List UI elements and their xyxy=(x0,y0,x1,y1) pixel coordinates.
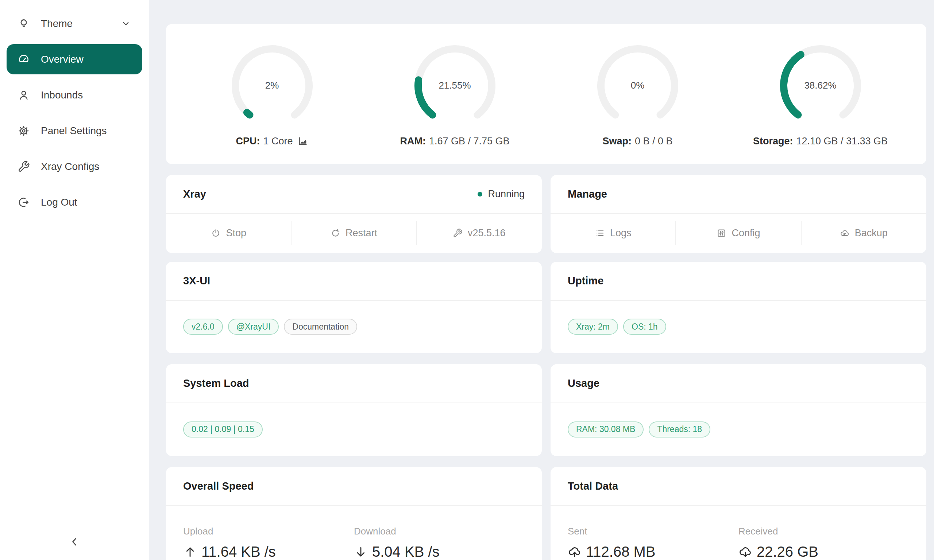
dashboard-gauge-icon xyxy=(17,53,30,66)
total-data-card: Total Data Sent 112.68 MB xyxy=(550,467,926,560)
action-label: Config xyxy=(732,228,760,239)
system-load-card: System Load 0.02 | 0.09 | 0.15 xyxy=(166,364,542,456)
action-label: Stop xyxy=(226,228,246,239)
cloud-server-icon xyxy=(840,228,850,238)
ram-label-value: 1.67 GB / 7.75 GB xyxy=(429,135,510,147)
logout-icon xyxy=(17,196,30,209)
manage-backup-button[interactable]: Backup xyxy=(801,214,926,252)
cloud-download-icon xyxy=(738,545,752,559)
manage-logs-button[interactable]: Logs xyxy=(550,214,676,252)
storage-percent: 38.62% xyxy=(777,42,865,130)
xray-uptime-tag: Xray: 2m xyxy=(568,318,618,335)
sidebar-item-label: Log Out xyxy=(41,197,131,208)
xray-card: Xray Running Stop xyxy=(166,175,542,253)
download-stat: Download 5.04 KB /s xyxy=(354,526,542,560)
chevron-down-icon xyxy=(120,18,131,29)
received-stat: Received 22.26 GB xyxy=(738,526,926,560)
download-stat-label: Download xyxy=(354,526,542,537)
sent-stat-label: Sent xyxy=(568,526,738,537)
total-data-card-title: Total Data xyxy=(568,480,618,492)
sidebar: Theme Overview Inbounds xyxy=(0,0,149,560)
cloud-upload-icon xyxy=(568,545,581,559)
sidebar-item-inbounds[interactable]: Inbounds xyxy=(6,80,142,110)
upload-stat: Upload 11.64 KB /s xyxy=(166,526,354,560)
action-label: Logs xyxy=(610,228,632,239)
sidebar-item-label: Overview xyxy=(41,54,131,65)
sidebar-item-logout[interactable]: Log Out xyxy=(6,187,142,217)
sent-stat-value: 112.68 MB xyxy=(586,544,656,560)
telegram-tag[interactable]: @XrayUI xyxy=(228,318,279,335)
status-dot xyxy=(478,192,482,197)
download-stat-value: 5.04 KB /s xyxy=(372,544,440,560)
manage-card: Manage Logs xyxy=(550,175,926,253)
action-label: Backup xyxy=(855,228,888,239)
xui-card-body: v2.6.0 @XrayUI Documentation xyxy=(166,301,542,352)
list-icon xyxy=(595,228,605,238)
sidebar-collapse-button[interactable] xyxy=(0,531,149,553)
xui-card-title: 3X-UI xyxy=(183,275,210,287)
threads-tag: Threads: 18 xyxy=(649,422,711,437)
load-average-tag: 0.02 | 0.09 | 0.15 xyxy=(183,422,263,437)
total-data-stats: Sent 112.68 MB Received xyxy=(550,506,926,560)
system-load-card-body: 0.02 | 0.09 | 0.15 xyxy=(166,403,542,455)
uptime-card-body: Xray: 2m OS: 1h xyxy=(550,301,926,352)
uptime-card-title: Uptime xyxy=(568,275,603,287)
xray-card-title: Xray xyxy=(183,188,206,200)
system-gauges-card: 2% CPU: 1 Core 21.55% xyxy=(166,24,926,164)
swap-label-bold: Swap: xyxy=(603,135,632,147)
gauge-storage: 38.62% Storage: 12.10 GB / 31.33 GB xyxy=(729,42,912,147)
ram-usage-tag: RAM: 30.08 MB xyxy=(568,422,644,437)
wrench-icon xyxy=(17,160,30,173)
documentation-tag[interactable]: Documentation xyxy=(284,318,357,335)
xui-card: 3X-UI v2.6.0 @XrayUI Documentation xyxy=(166,262,542,353)
wrench-icon xyxy=(453,228,462,238)
upload-stat-label: Upload xyxy=(183,526,354,537)
swap-label: Swap: 0 B / 0 B xyxy=(603,135,672,147)
action-label: Restart xyxy=(345,228,377,239)
cpu-percent: 2% xyxy=(228,42,316,130)
sent-stat: Sent 112.68 MB xyxy=(550,526,738,560)
sidebar-item-label: Inbounds xyxy=(41,89,131,101)
received-stat-value: 22.26 GB xyxy=(757,544,818,560)
ram-label-bold: RAM: xyxy=(400,135,425,147)
reload-icon xyxy=(331,228,341,238)
storage-label: Storage: 12.10 GB / 31.33 GB xyxy=(753,135,888,147)
sidebar-item-label: Panel Settings xyxy=(41,125,131,137)
app-root: Theme Overview Inbounds xyxy=(0,0,934,560)
gauge-swap: 0% Swap: 0 B / 0 B xyxy=(546,42,729,147)
area-chart-icon[interactable] xyxy=(297,135,308,146)
xray-status: Running xyxy=(478,188,525,200)
action-label: v25.5.16 xyxy=(468,228,506,239)
power-icon xyxy=(211,228,221,238)
cpu-label-value: 1 Core xyxy=(263,135,293,147)
xray-version-button[interactable]: v25.5.16 xyxy=(417,214,542,252)
manage-config-button[interactable]: Config xyxy=(676,214,801,252)
sidebar-item-label: Theme xyxy=(41,18,120,29)
xray-actions: Stop Restart v25.5.16 xyxy=(166,214,542,252)
upload-stat-value: 11.64 KB /s xyxy=(201,544,276,560)
received-stat-label: Received xyxy=(738,526,926,537)
user-icon xyxy=(17,89,30,102)
lightbulb-icon xyxy=(17,17,30,30)
swap-percent: 0% xyxy=(593,42,682,130)
sidebar-item-theme[interactable]: Theme xyxy=(6,8,142,38)
arrow-up-icon xyxy=(183,545,197,559)
status-text: Running xyxy=(488,188,525,200)
sidebar-item-xray-configs[interactable]: Xray Configs xyxy=(6,151,142,182)
xray-restart-button[interactable]: Restart xyxy=(291,214,416,252)
system-load-card-title: System Load xyxy=(183,377,249,389)
usage-card: Usage RAM: 30.08 MB Threads: 18 xyxy=(550,364,926,456)
version-tag[interactable]: v2.6.0 xyxy=(183,318,223,335)
ram-percent: 21.55% xyxy=(411,42,499,130)
sidebar-item-panel-settings[interactable]: Panel Settings xyxy=(6,115,142,146)
sidebar-item-overview[interactable]: Overview xyxy=(6,44,142,74)
xray-stop-button[interactable]: Stop xyxy=(166,214,291,252)
gauge-ram: 21.55% RAM: 1.67 GB / 7.75 GB xyxy=(364,42,546,147)
swap-label-value: 0 B / 0 B xyxy=(635,135,673,147)
cpu-label-bold: CPU: xyxy=(236,135,260,147)
overall-speed-card-title: Overall Speed xyxy=(183,480,254,492)
usage-card-title: Usage xyxy=(568,377,600,389)
gauge-cpu: 2% CPU: 1 Core xyxy=(180,42,364,147)
os-uptime-tag: OS: 1h xyxy=(623,318,666,335)
ram-label: RAM: 1.67 GB / 7.75 GB xyxy=(400,135,509,147)
